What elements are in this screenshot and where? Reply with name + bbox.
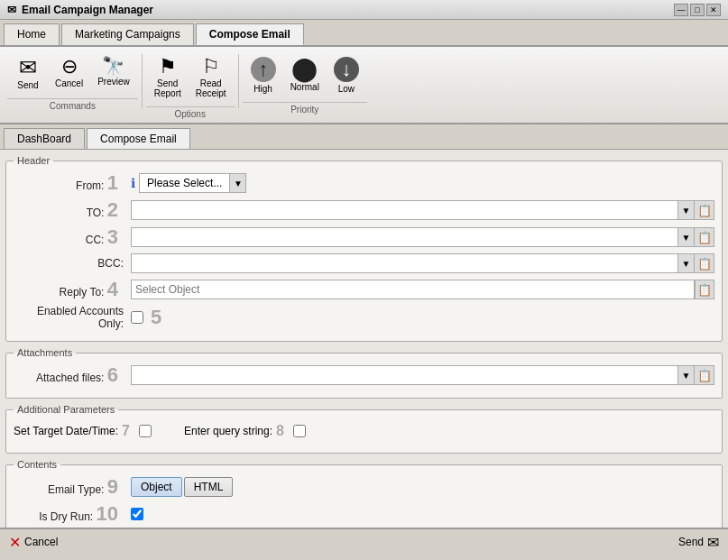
query-label: Enter query string: <box>184 425 272 437</box>
enabled-accounts-row: Enabled Accounts Only: 5 <box>14 305 714 330</box>
send-button[interactable]: ✉ Send <box>9 52 47 95</box>
app-icon: ✉ <box>7 4 16 16</box>
close-button[interactable]: ✕ <box>706 4 721 16</box>
cc-input-group: ▼ 📋 <box>131 227 714 247</box>
bottom-cancel-button[interactable]: ✕ Cancel <box>9 534 58 551</box>
bcc-input-group: ▼ 📋 <box>131 253 714 273</box>
cc-label: CC: 3 <box>14 225 131 249</box>
please-select-box[interactable]: Please Select... <box>139 173 230 193</box>
cc-copy-btn[interactable]: 📋 <box>695 227 714 247</box>
to-dropdown-btn[interactable]: ▼ <box>678 200 695 220</box>
additional-params-row: Set Target Date/Time: 7 Enter query stri… <box>14 420 714 442</box>
send-report-button[interactable]: ⚑ SendReport <box>148 52 188 103</box>
email-type-object-btn[interactable]: Object <box>131 477 182 497</box>
send-report-icon: ⚑ <box>159 57 177 77</box>
options-label: Options <box>146 106 235 119</box>
attachments-legend: Attachments <box>14 347 76 358</box>
preview-label: Preview <box>97 77 130 87</box>
main-content: Header From: 1 ℹ Please Select... ▼ TO: … <box>0 150 728 528</box>
enabled-accounts-control: 5 <box>131 306 714 329</box>
cancel-icon: ⊖ <box>61 57 78 77</box>
low-priority-icon: ↓ <box>334 57 359 82</box>
set-target-param: Set Target Date/Time: 7 <box>14 423 152 439</box>
high-priority-label: High <box>253 84 272 94</box>
cc-input[interactable] <box>131 227 678 247</box>
dry-run-control <box>131 508 714 520</box>
from-select: Please Select... ▼ <box>139 173 246 193</box>
additional-params-fieldset: Additional Parameters Set Target Date/Ti… <box>5 404 723 454</box>
reply-to-label: Reply To: 4 <box>14 278 131 301</box>
read-receipt-button[interactable]: ⚐ ReadReceipt <box>189 52 233 103</box>
bcc-copy-btn[interactable]: 📋 <box>695 253 714 273</box>
read-receipt-label: ReadReceipt <box>196 78 226 98</box>
cc-dropdown-btn[interactable]: ▼ <box>678 227 695 247</box>
cancel-label: Cancel <box>55 78 83 88</box>
email-type-control: Object HTML <box>131 477 714 497</box>
attached-files-row: Attached files: 6 ▼ 📋 <box>14 363 714 387</box>
send-icon: ✉ <box>19 57 37 78</box>
sec-tab-compose[interactable]: Compose Email <box>87 128 190 149</box>
title-bar-left: ✉ Email Campaign Manager <box>7 4 153 16</box>
normal-priority-button[interactable]: ⬤ Normal <box>284 52 326 98</box>
high-priority-button[interactable]: ↑ High <box>244 52 282 98</box>
bottom-bar: ✕ Cancel Send ✉ <box>0 528 728 555</box>
cancel-button[interactable]: ⊖ Cancel <box>49 52 89 95</box>
reply-to-control: 📋 <box>131 280 714 299</box>
low-priority-button[interactable]: ↓ Low <box>327 52 365 98</box>
sep-1 <box>142 54 143 108</box>
bottom-send-button[interactable]: Send ✉ <box>678 534 719 551</box>
tab-home[interactable]: Home <box>4 23 60 45</box>
maximize-button[interactable]: □ <box>690 4 705 16</box>
header-legend: Header <box>14 155 53 166</box>
email-type-html-btn[interactable]: HTML <box>184 477 234 497</box>
from-label: From: 1 <box>14 171 131 195</box>
app-title: Email Campaign Manager <box>22 4 153 16</box>
from-row: From: 1 ℹ Please Select... ▼ <box>14 171 714 195</box>
reply-to-copy-btn[interactable]: 📋 <box>695 280 714 299</box>
header-fieldset: Header From: 1 ℹ Please Select... ▼ TO: … <box>5 155 723 342</box>
bcc-control: ▼ 📋 <box>131 253 714 273</box>
sec-tab-dashboard[interactable]: DashBoard <box>4 128 85 149</box>
to-input-group: ▼ 📋 <box>131 200 714 220</box>
set-target-label: Set Target Date/Time: <box>14 425 118 437</box>
bcc-dropdown-btn[interactable]: ▼ <box>678 253 695 273</box>
title-bar: ✉ Email Campaign Manager — □ ✕ <box>0 0 728 20</box>
toolbar: ✉ Send ⊖ Cancel 🔭 Preview Commands ⚑ Sen… <box>0 47 728 124</box>
email-type-buttons: Object HTML <box>131 477 233 497</box>
tab-compose-email[interactable]: Compose Email <box>196 23 304 45</box>
preview-button[interactable]: 🔭 Preview <box>91 52 136 95</box>
bcc-input[interactable] <box>131 253 678 273</box>
enabled-accounts-label: Enabled Accounts Only: <box>14 305 131 330</box>
query-string-checkbox[interactable] <box>293 425 306 437</box>
dry-run-checkbox[interactable] <box>131 508 143 520</box>
bottom-send-icon: ✉ <box>707 534 719 551</box>
please-select-arrow[interactable]: ▼ <box>230 173 246 193</box>
set-target-checkbox[interactable] <box>139 425 152 437</box>
tab-marketing[interactable]: Marketing Campaigns <box>61 23 194 45</box>
to-input[interactable] <box>131 200 678 220</box>
attached-files-copy-btn[interactable]: 📋 <box>695 365 714 385</box>
sec-tab-bar: DashBoard Compose Email <box>0 124 728 150</box>
commands-items: ✉ Send ⊖ Cancel 🔭 Preview <box>7 50 138 96</box>
email-type-label: Email Type: 9 <box>14 475 131 499</box>
attached-files-dropdown-btn[interactable]: ▼ <box>678 365 695 385</box>
bcc-row: BCC: ▼ 📋 <box>14 252 714 274</box>
attached-files-input[interactable] <box>131 365 678 385</box>
bottom-cancel-label: Cancel <box>24 536 58 548</box>
bottom-cancel-icon: ✕ <box>9 534 21 551</box>
commands-label: Commands <box>7 98 138 111</box>
read-receipt-icon: ⚐ <box>202 57 220 77</box>
email-type-row: Email Type: 9 Object HTML <box>14 475 714 499</box>
dry-run-row: Is Dry Run: 10 <box>14 502 714 526</box>
reply-to-input[interactable] <box>131 280 695 299</box>
minimize-button[interactable]: — <box>674 4 688 16</box>
info-icon: ℹ <box>131 176 135 190</box>
from-control: ℹ Please Select... ▼ <box>131 173 714 193</box>
options-group: ⚑ SendReport ⚐ ReadReceipt Options <box>146 50 235 119</box>
to-copy-btn[interactable]: 📋 <box>695 200 714 220</box>
reply-to-row: Reply To: 4 📋 <box>14 278 714 301</box>
enabled-accounts-checkbox[interactable] <box>131 311 143 324</box>
cc-control: ▼ 📋 <box>131 227 714 247</box>
send-report-label: SendReport <box>154 78 181 98</box>
main-tab-bar: Home Marketing Campaigns Compose Email <box>0 20 728 47</box>
